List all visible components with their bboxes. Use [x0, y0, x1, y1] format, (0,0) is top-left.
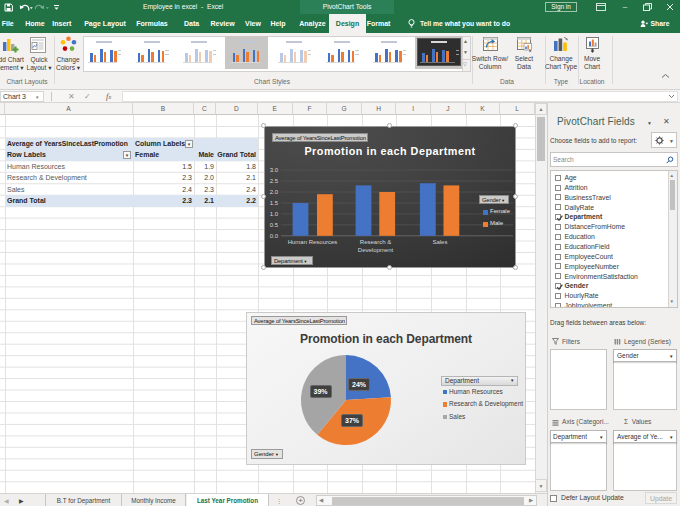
svg-text:3.0: 3.0 — [270, 167, 279, 173]
svg-text:0.0: 0.0 — [270, 233, 279, 239]
svg-text:Sales: Sales — [432, 239, 447, 245]
svg-text:1.5: 1.5 — [270, 200, 279, 206]
svg-text:Development: Development — [358, 247, 394, 253]
svg-text:2.0: 2.0 — [270, 189, 279, 195]
svg-text:1.0: 1.0 — [270, 211, 279, 217]
svg-text:Research &: Research & — [360, 239, 391, 245]
svg-text:0.5: 0.5 — [270, 222, 279, 228]
svg-text:Human Resources: Human Resources — [288, 239, 338, 245]
svg-text:2.5: 2.5 — [270, 178, 279, 184]
